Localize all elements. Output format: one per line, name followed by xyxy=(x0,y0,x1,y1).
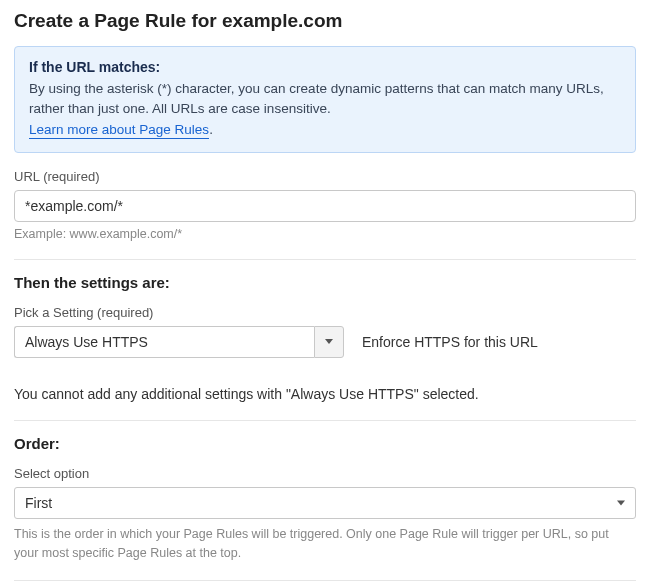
chevron-down-icon xyxy=(617,500,625,505)
divider xyxy=(14,420,636,421)
info-box-body: By using the asterisk (*) character, you… xyxy=(29,81,604,116)
pick-setting-label: Pick a Setting (required) xyxy=(14,305,636,320)
info-box: If the URL matches: By using the asteris… xyxy=(14,46,636,153)
divider xyxy=(14,259,636,260)
setting-description: Enforce HTTPS for this URL xyxy=(362,334,538,350)
url-label: URL (required) xyxy=(14,169,636,184)
divider xyxy=(14,580,636,581)
url-example: Example: www.example.com/* xyxy=(14,227,636,241)
order-heading: Order: xyxy=(14,435,636,452)
url-input[interactable] xyxy=(14,190,636,222)
settings-heading: Then the settings are: xyxy=(14,274,636,291)
setting-select-value: Always Use HTTPS xyxy=(14,326,314,358)
setting-select-toggle[interactable] xyxy=(314,326,344,358)
info-box-heading: If the URL matches: xyxy=(29,59,621,75)
setting-select[interactable]: Always Use HTTPS xyxy=(14,326,344,358)
setting-notice: You cannot add any additional settings w… xyxy=(14,386,636,402)
order-select-label: Select option xyxy=(14,466,636,481)
info-box-text: By using the asterisk (*) character, you… xyxy=(29,79,621,140)
order-select[interactable]: First xyxy=(14,487,636,519)
order-select-value: First xyxy=(25,495,52,511)
chevron-down-icon xyxy=(325,339,333,344)
page-title: Create a Page Rule for example.com xyxy=(14,10,636,32)
learn-more-link[interactable]: Learn more about Page Rules xyxy=(29,122,209,139)
info-box-suffix: . xyxy=(209,122,213,137)
order-help-text: This is the order in which your Page Rul… xyxy=(14,525,636,563)
